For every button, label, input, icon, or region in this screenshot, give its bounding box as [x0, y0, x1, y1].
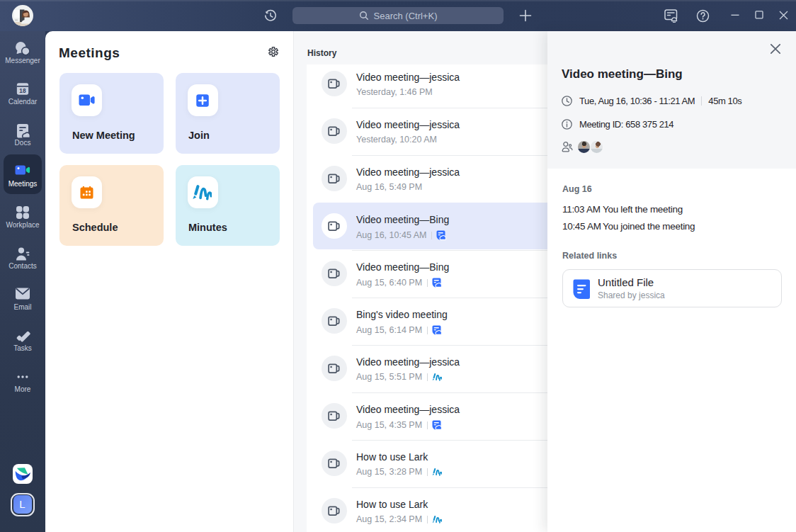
svg-text:18: 18 [19, 87, 26, 94]
